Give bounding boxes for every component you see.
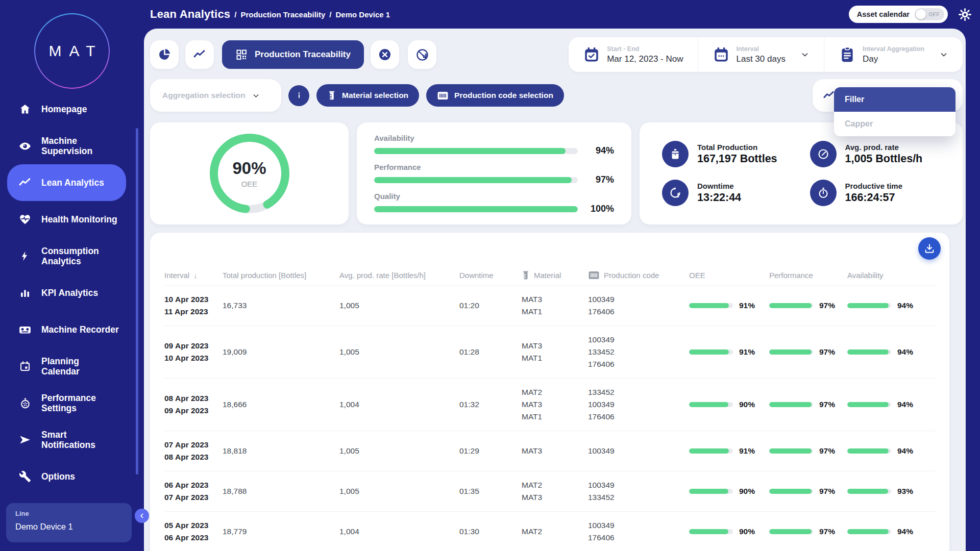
breadcrumb-item[interactable]: Demo Device 1 xyxy=(335,10,390,19)
sort-descending-icon[interactable]: ↓ xyxy=(193,271,198,280)
oee-gauge: 90% OEE xyxy=(206,130,293,217)
pie-chart-view-button[interactable] xyxy=(150,40,179,69)
lightning-icon xyxy=(18,250,32,262)
sidebar-item-planning-calendar[interactable]: Planning Calendar xyxy=(7,348,126,385)
performance-cell: 97% xyxy=(769,346,847,358)
downtime-clock-icon xyxy=(662,180,689,206)
kpi-avg-prod-rate: Avg. prod. rate1,005 Bottles/h xyxy=(810,141,958,167)
sidebar-item-label: KPI Analytics xyxy=(41,288,98,298)
interval-aggregation-control[interactable]: Interval Aggregation Day xyxy=(824,37,963,72)
production-traceability-label: Production Traceability xyxy=(255,49,351,60)
column-header-label: Production code xyxy=(604,271,659,280)
view-toolbar: Production Traceability xyxy=(150,37,963,72)
breadcrumb-item[interactable]: Production Traceability xyxy=(240,10,325,19)
interval-control[interactable]: Interval Last 30 days xyxy=(698,37,824,72)
oee-components-card: Availability94%Performance97%Quality100% xyxy=(357,122,631,224)
column-header-label: Downtime xyxy=(459,271,494,280)
chevron-down-icon xyxy=(939,50,948,59)
asset-calendar-toggle-pill[interactable]: Asset calendar OFF xyxy=(849,6,948,23)
info-button[interactable] xyxy=(288,85,309,106)
metric-progress-fill xyxy=(374,177,572,183)
downtime-cell: 01:28 xyxy=(459,346,522,358)
table-row[interactable]: 07 Apr 202308 Apr 202318,8181,00501:29MA… xyxy=(164,431,935,471)
metric-performance: Performance97% xyxy=(374,163,614,185)
sidebar-item-health-monitoring[interactable]: Health Monitoring xyxy=(7,201,126,238)
column-header: Material xyxy=(522,270,588,280)
table-row[interactable]: 08 Apr 202309 Apr 202318,6661,00401:32MA… xyxy=(164,379,935,431)
sidebar-item-performance-settings[interactable]: Performance Settings xyxy=(7,385,126,421)
sidebar-item-label: Machine Supervision xyxy=(41,136,92,157)
sidebar-item-options[interactable]: Options xyxy=(7,458,126,495)
breadcrumb: /Production Traceability/Demo Device 1 xyxy=(230,10,390,19)
sidebar-item-label: Health Monitoring xyxy=(41,214,117,224)
traceability-table-card: Interval↓Total production [Bottles]Avg. … xyxy=(150,233,949,551)
kpi-value: 13:22:44 xyxy=(697,191,741,204)
device-card[interactable]: Line Demo Device 1 xyxy=(6,503,132,542)
table-row[interactable]: 05 Apr 202306 Apr 202318,7791,00401:30MA… xyxy=(164,512,935,551)
line-chart-view-button[interactable] xyxy=(185,40,214,69)
toggle-knob xyxy=(916,9,926,19)
material-cell: MAT3MAT1 xyxy=(522,340,588,364)
production-code-selection-button[interactable]: Production code selection xyxy=(426,84,564,107)
total-production-cell: 18,666 xyxy=(223,398,339,411)
table-row[interactable]: 10 Apr 202311 Apr 202316,7331,00501:20MA… xyxy=(164,286,935,326)
sidebar-item-consumption-analytics[interactable]: Consumption Analytics xyxy=(7,238,126,274)
sidebar-collapse-button[interactable] xyxy=(135,509,149,523)
availability-cell: 94% xyxy=(847,398,924,411)
table-row[interactable]: 06 Apr 202307 Apr 202318,7881,00501:35MA… xyxy=(164,471,935,512)
recorder-icon xyxy=(18,323,32,337)
sidebar-item-lean-analytics[interactable]: Lean Analytics xyxy=(7,164,126,201)
gear-icon[interactable] xyxy=(958,8,972,21)
metric-progress-track xyxy=(374,148,578,154)
interval-cell: 06 Apr 202307 Apr 2023 xyxy=(164,479,223,504)
sidebar-scrollbar[interactable] xyxy=(136,128,138,474)
download-button[interactable] xyxy=(918,237,941,260)
column-header: Production code xyxy=(588,270,689,280)
interval-cell: 08 Apr 202309 Apr 2023 xyxy=(164,392,223,417)
metric-progress-track xyxy=(374,177,578,183)
material-selection-button[interactable]: Material selection xyxy=(316,84,419,107)
toggle-state-label: OFF xyxy=(929,12,940,17)
no-data-chart-button[interactable] xyxy=(408,40,436,69)
sidebar-item-smart-notifications[interactable]: Smart Notifications xyxy=(7,421,126,458)
performance-cell: 97% xyxy=(769,485,847,497)
material-selection-label: Material selection xyxy=(342,91,408,100)
machine-option-filler[interactable]: Filler xyxy=(834,87,955,112)
chevron-down-icon xyxy=(252,91,260,100)
date-range-value: Mar 12, 2023 - Now xyxy=(607,54,683,64)
metric-value: 94% xyxy=(585,145,614,156)
machine-option-label: Capper xyxy=(845,119,873,129)
metric-progress-fill xyxy=(374,206,578,212)
sidebar: MAT HomepageMachine SupervisionLean Anal… xyxy=(0,0,144,551)
column-header[interactable]: Interval↓ xyxy=(164,271,223,280)
date-range-control[interactable]: Start - End Mar 12, 2023 - Now xyxy=(569,37,697,72)
sidebar-item-kpi-analytics[interactable]: KPI Analytics xyxy=(7,274,126,311)
stopwatch-icon xyxy=(810,180,837,206)
production-traceability-view-button[interactable]: Production Traceability xyxy=(222,40,364,69)
sidebar-item-label: Machine Recorder xyxy=(41,324,119,335)
sidebar-item-label: Performance Settings xyxy=(41,393,96,414)
production-code-cell: 100349 xyxy=(588,445,689,457)
performance-cell: 97% xyxy=(769,525,847,538)
sidebar-item-machine-recorder[interactable]: Machine Recorder xyxy=(7,311,126,348)
total-production-cell: 16,733 xyxy=(223,299,339,312)
sidebar-item-machine-supervision[interactable]: Machine Supervision xyxy=(7,128,126,164)
metric-label: Performance xyxy=(374,163,614,171)
kpi-value: 166:24:57 xyxy=(845,191,903,204)
machine-option-capper[interactable]: Capper xyxy=(834,112,955,136)
production-code-cell: 100349176406 xyxy=(588,293,689,318)
sidebar-item-homepage[interactable]: Homepage xyxy=(7,91,126,128)
avg-rate-cell: 1,005 xyxy=(339,445,459,457)
total-production-cell: 18,788 xyxy=(223,485,339,497)
aggregation-selection-dropdown[interactable]: Aggregation selection xyxy=(150,79,281,112)
mat-logo-text: MAT xyxy=(35,14,109,88)
metric-progress-fill xyxy=(374,148,566,154)
interval-cell: 10 Apr 202311 Apr 2023 xyxy=(164,293,223,318)
close-view-button[interactable] xyxy=(371,40,399,69)
table-row[interactable]: 09 Apr 202310 Apr 202319,0091,00501:28MA… xyxy=(164,326,935,379)
device-name: Demo Device 1 xyxy=(15,522,122,532)
asset-calendar-switch[interactable]: OFF xyxy=(915,8,944,20)
asset-calendar-label: Asset calendar xyxy=(857,10,910,18)
material-cell: MAT2MAT3MAT1 xyxy=(522,386,588,423)
content-panel: Production Traceability xyxy=(144,29,966,551)
